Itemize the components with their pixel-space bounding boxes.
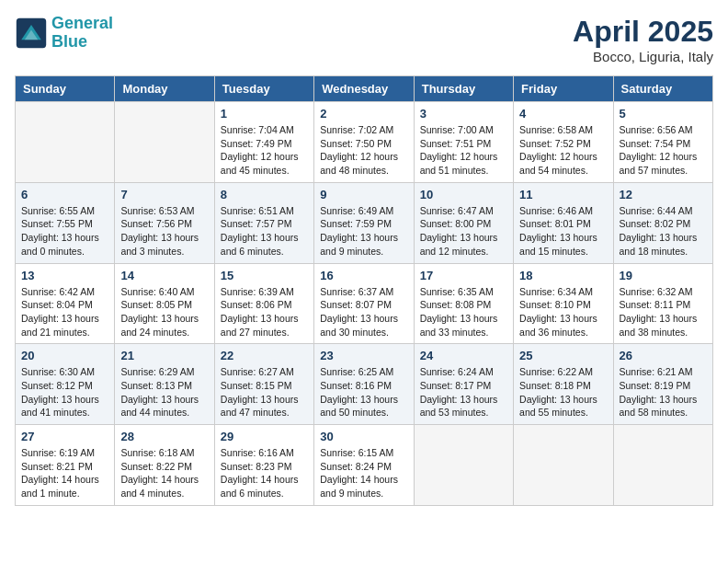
- day-number: 28: [120, 430, 208, 443]
- day-info: Sunrise: 6:58 AM Sunset: 7:52 PM Dayligh…: [519, 123, 607, 178]
- day-info: Sunrise: 6:46 AM Sunset: 8:01 PM Dayligh…: [519, 204, 607, 259]
- day-number: 15: [221, 269, 308, 282]
- day-info: Sunrise: 6:37 AM Sunset: 8:07 PM Dayligh…: [320, 285, 407, 339]
- header-monday: Monday: [115, 76, 214, 102]
- logo: General Blue: [15, 15, 113, 52]
- day-number: 12: [620, 188, 707, 201]
- calendar-cell: 30Sunrise: 6:15 AM Sunset: 8:24 PM Dayli…: [314, 425, 414, 506]
- day-info: Sunrise: 6:15 AM Sunset: 8:24 PM Dayligh…: [320, 446, 407, 500]
- day-number: 18: [519, 269, 607, 282]
- day-info: Sunrise: 6:55 AM Sunset: 7:55 PM Dayligh…: [21, 204, 108, 259]
- calendar-cell: 2Sunrise: 7:02 AM Sunset: 7:50 PM Daylig…: [314, 102, 414, 183]
- calendar-cell: 28Sunrise: 6:18 AM Sunset: 8:22 PM Dayli…: [115, 425, 214, 506]
- calendar-cell: [16, 102, 115, 183]
- calendar-week-row: 27Sunrise: 6:19 AM Sunset: 8:21 PM Dayli…: [16, 425, 713, 506]
- day-number: 13: [21, 269, 108, 282]
- day-info: Sunrise: 6:21 AM Sunset: 8:19 PM Dayligh…: [620, 365, 707, 419]
- day-number: 20: [21, 349, 108, 362]
- header-saturday: Saturday: [613, 76, 712, 102]
- day-number: 17: [420, 269, 507, 282]
- day-info: Sunrise: 6:53 AM Sunset: 7:56 PM Dayligh…: [120, 204, 208, 259]
- day-info: Sunrise: 7:02 AM Sunset: 7:50 PM Dayligh…: [320, 123, 407, 178]
- calendar-cell: 5Sunrise: 6:56 AM Sunset: 7:54 PM Daylig…: [613, 102, 712, 183]
- day-info: Sunrise: 6:44 AM Sunset: 8:02 PM Dayligh…: [620, 204, 707, 259]
- day-info: Sunrise: 6:49 AM Sunset: 7:59 PM Dayligh…: [320, 204, 407, 259]
- calendar-cell: 20Sunrise: 6:30 AM Sunset: 8:12 PM Dayli…: [16, 344, 115, 425]
- day-number: 8: [221, 188, 308, 201]
- calendar-cell: 29Sunrise: 6:16 AM Sunset: 8:23 PM Dayli…: [214, 425, 313, 506]
- calendar-cell: 9Sunrise: 6:49 AM Sunset: 7:59 PM Daylig…: [314, 182, 414, 263]
- calendar-cell: 16Sunrise: 6:37 AM Sunset: 8:07 PM Dayli…: [314, 263, 414, 344]
- day-info: Sunrise: 6:27 AM Sunset: 8:15 PM Dayligh…: [221, 365, 308, 419]
- day-number: 10: [420, 188, 507, 201]
- day-number: 9: [320, 188, 407, 201]
- day-number: 23: [320, 349, 407, 362]
- day-number: 24: [420, 349, 507, 362]
- month-title: April 2025: [573, 15, 713, 49]
- logo-general: General: [51, 14, 113, 32]
- day-number: 30: [320, 430, 407, 443]
- calendar-header-row: SundayMondayTuesdayWednesdayThursdayFrid…: [16, 76, 713, 102]
- day-number: 3: [420, 107, 507, 121]
- title-block: April 2025 Bocco, Liguria, Italy: [573, 15, 713, 64]
- calendar-cell: 3Sunrise: 7:00 AM Sunset: 7:51 PM Daylig…: [414, 102, 513, 183]
- calendar-cell: 17Sunrise: 6:35 AM Sunset: 8:08 PM Dayli…: [414, 263, 513, 344]
- day-number: 27: [21, 430, 108, 443]
- day-number: 22: [221, 349, 308, 362]
- day-number: 16: [320, 269, 407, 282]
- day-number: 21: [120, 349, 208, 362]
- day-info: Sunrise: 6:25 AM Sunset: 8:16 PM Dayligh…: [320, 365, 407, 419]
- day-info: Sunrise: 6:24 AM Sunset: 8:17 PM Dayligh…: [420, 365, 507, 419]
- day-number: 2: [320, 107, 407, 121]
- day-number: 1: [221, 107, 308, 121]
- day-number: 6: [21, 188, 108, 201]
- day-info: Sunrise: 7:04 AM Sunset: 7:49 PM Dayligh…: [221, 123, 308, 178]
- day-number: 11: [519, 188, 607, 201]
- calendar-cell: 1Sunrise: 7:04 AM Sunset: 7:49 PM Daylig…: [214, 102, 313, 183]
- calendar-cell: 21Sunrise: 6:29 AM Sunset: 8:13 PM Dayli…: [115, 344, 214, 425]
- calendar-table: SundayMondayTuesdayWednesdayThursdayFrid…: [15, 75, 713, 506]
- day-info: Sunrise: 6:39 AM Sunset: 8:06 PM Dayligh…: [221, 285, 308, 339]
- day-info: Sunrise: 7:00 AM Sunset: 7:51 PM Dayligh…: [420, 123, 507, 178]
- day-info: Sunrise: 6:32 AM Sunset: 8:11 PM Dayligh…: [620, 285, 707, 339]
- calendar-cell: 15Sunrise: 6:39 AM Sunset: 8:06 PM Dayli…: [214, 263, 313, 344]
- calendar-cell: 12Sunrise: 6:44 AM Sunset: 8:02 PM Dayli…: [613, 182, 712, 263]
- calendar-cell: 10Sunrise: 6:47 AM Sunset: 8:00 PM Dayli…: [414, 182, 513, 263]
- calendar-cell: 7Sunrise: 6:53 AM Sunset: 7:56 PM Daylig…: [115, 182, 214, 263]
- day-number: 5: [620, 107, 707, 121]
- day-info: Sunrise: 6:34 AM Sunset: 8:10 PM Dayligh…: [519, 285, 607, 339]
- day-number: 29: [221, 430, 308, 443]
- header-friday: Friday: [514, 76, 613, 102]
- day-info: Sunrise: 6:22 AM Sunset: 8:18 PM Dayligh…: [519, 365, 607, 419]
- day-info: Sunrise: 6:18 AM Sunset: 8:22 PM Dayligh…: [120, 446, 208, 500]
- day-info: Sunrise: 6:19 AM Sunset: 8:21 PM Dayligh…: [21, 446, 108, 500]
- day-number: 19: [620, 269, 707, 282]
- logo-blue: Blue: [51, 32, 87, 51]
- day-number: 4: [519, 107, 607, 121]
- day-number: 26: [620, 349, 707, 362]
- calendar-cell: 22Sunrise: 6:27 AM Sunset: 8:15 PM Dayli…: [214, 344, 313, 425]
- calendar-cell: 26Sunrise: 6:21 AM Sunset: 8:19 PM Dayli…: [613, 344, 712, 425]
- day-info: Sunrise: 6:51 AM Sunset: 7:57 PM Dayligh…: [221, 204, 308, 259]
- calendar-cell: 23Sunrise: 6:25 AM Sunset: 8:16 PM Dayli…: [314, 344, 414, 425]
- header-sunday: Sunday: [16, 76, 115, 102]
- header-wednesday: Wednesday: [314, 76, 414, 102]
- day-info: Sunrise: 6:29 AM Sunset: 8:13 PM Dayligh…: [120, 365, 208, 419]
- calendar-cell: [514, 425, 613, 506]
- calendar-cell: 24Sunrise: 6:24 AM Sunset: 8:17 PM Dayli…: [414, 344, 513, 425]
- calendar-cell: 4Sunrise: 6:58 AM Sunset: 7:52 PM Daylig…: [514, 102, 613, 183]
- calendar-cell: 11Sunrise: 6:46 AM Sunset: 8:01 PM Dayli…: [514, 182, 613, 263]
- day-info: Sunrise: 6:47 AM Sunset: 8:00 PM Dayligh…: [420, 204, 507, 259]
- calendar-cell: 25Sunrise: 6:22 AM Sunset: 8:18 PM Dayli…: [514, 344, 613, 425]
- location: Bocco, Liguria, Italy: [573, 49, 713, 64]
- logo-icon: [15, 17, 48, 50]
- day-info: Sunrise: 6:56 AM Sunset: 7:54 PM Dayligh…: [620, 123, 707, 178]
- header-thursday: Thursday: [414, 76, 513, 102]
- calendar-cell: [613, 425, 712, 506]
- page-header: General Blue April 2025 Bocco, Liguria, …: [15, 15, 713, 64]
- calendar-cell: 13Sunrise: 6:42 AM Sunset: 8:04 PM Dayli…: [16, 263, 115, 344]
- day-info: Sunrise: 6:42 AM Sunset: 8:04 PM Dayligh…: [21, 285, 108, 339]
- logo-text: General Blue: [51, 15, 113, 52]
- day-info: Sunrise: 6:30 AM Sunset: 8:12 PM Dayligh…: [21, 365, 108, 419]
- calendar-week-row: 6Sunrise: 6:55 AM Sunset: 7:55 PM Daylig…: [16, 182, 713, 263]
